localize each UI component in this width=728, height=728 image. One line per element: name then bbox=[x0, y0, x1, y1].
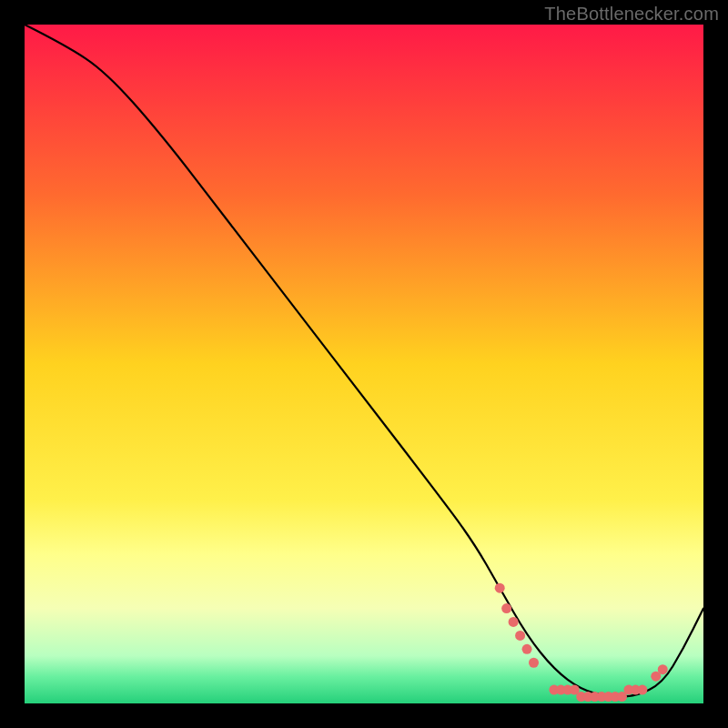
highlight-dot bbox=[522, 644, 532, 654]
highlight-dot bbox=[501, 603, 511, 613]
plot-area bbox=[25, 25, 703, 703]
highlight-dot bbox=[509, 617, 519, 627]
highlight-dot bbox=[529, 658, 539, 668]
chart-frame: TheBottlenecker.com bbox=[0, 0, 728, 728]
highlight-dot bbox=[495, 583, 505, 593]
highlight-dot bbox=[515, 631, 525, 641]
gradient-background bbox=[25, 25, 703, 703]
highlight-dot bbox=[658, 664, 668, 674]
attribution-text: TheBottlenecker.com bbox=[544, 4, 719, 25]
bottleneck-chart bbox=[25, 25, 703, 703]
highlight-dot bbox=[637, 685, 647, 695]
